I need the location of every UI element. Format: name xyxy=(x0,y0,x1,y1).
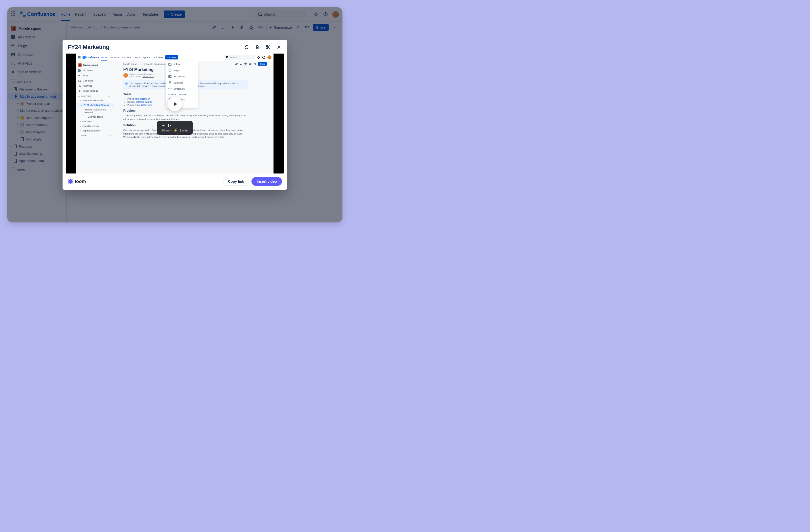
modal-header-actions xyxy=(244,44,282,50)
svg-point-33 xyxy=(226,56,228,58)
svg-point-48 xyxy=(169,76,170,77)
page-icon xyxy=(168,69,172,72)
database-icon xyxy=(168,81,172,84)
playback-speed-pill: 2× 16 min ⚡ 8 min xyxy=(157,121,193,135)
dropdown-item-page: Page xyxy=(166,67,198,73)
watch-icon xyxy=(249,63,252,66)
nav-recent: Recent▾ xyxy=(110,56,119,59)
confluence-logo: Confluence xyxy=(83,56,99,59)
svg-rect-38 xyxy=(78,71,79,72)
svg-point-28 xyxy=(266,48,268,49)
scissors-icon[interactable] xyxy=(265,44,271,50)
mini-sidebar: 📱Mobile squad All content Blogs Calendar… xyxy=(76,61,114,173)
app-window: Confluence Home Recent▾ Spaces▾ Teams Ap… xyxy=(7,7,342,222)
link-icon xyxy=(168,87,172,90)
svg-point-27 xyxy=(266,45,268,47)
new-duration: 8 min xyxy=(180,128,189,132)
svg-rect-40 xyxy=(79,80,81,82)
bolt-icon: ⚡ xyxy=(174,128,178,132)
share-button: Share xyxy=(258,62,267,66)
mini-topnav: Confluence Home Recent▾ Spaces▾ Teams Ap… xyxy=(76,53,274,61)
insert-video-button[interactable]: Insert video xyxy=(252,177,282,186)
speed-gauge-icon xyxy=(161,123,166,127)
svg-point-35 xyxy=(262,56,265,59)
nav-spaces: Spaces▾ xyxy=(122,56,131,59)
comment-icon xyxy=(239,63,242,66)
nav-apps: Apps▾ xyxy=(143,56,150,59)
loom-video-modal: FY24 Marketing Confluence Home Recent▾ S… xyxy=(63,40,287,190)
confluence-logo-mark xyxy=(83,56,86,59)
notifications-icon xyxy=(257,56,260,59)
play-button[interactable] xyxy=(168,97,182,111)
svg-rect-39 xyxy=(80,71,81,72)
svg-line-34 xyxy=(228,58,228,59)
svg-rect-45 xyxy=(254,64,256,65)
trash-icon[interactable] xyxy=(254,44,260,50)
modal-footer: loom Copy link Insert video xyxy=(63,173,287,190)
svg-point-44 xyxy=(79,90,80,92)
app-switcher-icon xyxy=(78,56,80,59)
old-duration: 16 min xyxy=(161,128,172,132)
video-frame: Confluence Home Recent▾ Spaces▾ Teams Ap… xyxy=(66,53,284,173)
speed-value: 2× xyxy=(168,123,172,127)
nav-teams: Teams xyxy=(133,56,141,59)
search-box xyxy=(224,55,255,60)
avatar xyxy=(123,73,128,78)
svg-rect-36 xyxy=(78,69,79,70)
undo-icon[interactable] xyxy=(244,44,250,50)
folder-icon xyxy=(168,63,172,66)
create-button: +Create xyxy=(165,55,178,60)
user-avatar xyxy=(268,55,272,60)
loom-logo: loom xyxy=(68,179,86,184)
whiteboard-icon xyxy=(168,75,172,78)
help-icon xyxy=(262,56,265,59)
play-icon xyxy=(173,101,178,107)
search-icon xyxy=(226,56,228,59)
video-content: Confluence Home Recent▾ Spaces▾ Teams Ap… xyxy=(76,53,274,173)
dropdown-item-database: Database xyxy=(166,80,198,86)
dropdown-item-smartlink: Smart Link xyxy=(166,86,198,92)
star-icon xyxy=(244,63,247,66)
svg-rect-46 xyxy=(169,69,171,72)
dropdown-item-folder: Folder xyxy=(166,61,198,67)
copy-link-button[interactable]: Copy link xyxy=(223,177,249,186)
modal-header: FY24 Marketing xyxy=(63,40,287,53)
edit-icon xyxy=(235,63,238,66)
close-icon[interactable] xyxy=(276,44,282,50)
modal-title: FY24 Marketing xyxy=(68,44,110,50)
dropdown-item-whiteboard: Whiteboard xyxy=(166,73,198,80)
nav-templates: Templates xyxy=(152,56,163,59)
svg-rect-37 xyxy=(80,69,81,70)
loom-logo-mark xyxy=(68,179,73,184)
lock-icon xyxy=(253,63,256,66)
nav-home: Home xyxy=(101,56,107,61)
svg-point-49 xyxy=(169,82,171,83)
